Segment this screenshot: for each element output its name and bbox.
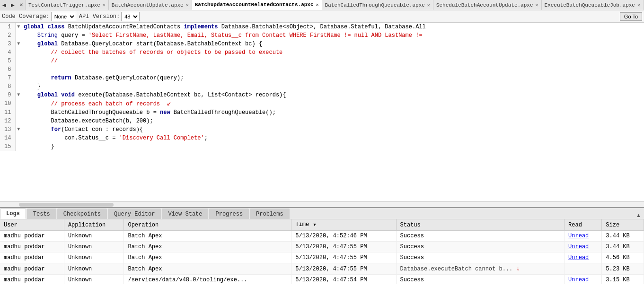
col-operation[interactable]: Operation	[124, 219, 291, 231]
cell-application: Unknown	[64, 275, 124, 285]
fold-arrow[interactable]: ▼	[15, 23, 22, 31]
tab-batchaccountupdate[interactable]: BatchAccountUpdate.apxc ✕	[108, 0, 192, 10]
cell-size: 3.44 KB	[602, 242, 644, 252]
api-version-label: API Version:	[79, 13, 120, 20]
line-number: 13	[0, 125, 15, 134]
cell-application: Unknown	[64, 242, 124, 252]
cell-time: 5/13/2020, 4:47:55 PM	[291, 263, 396, 275]
line-number: 6	[0, 65, 15, 74]
fold-arrow[interactable]: ▼	[15, 91, 22, 99]
tab-label: ScheduleBatchAccountUpdate.apxc	[436, 2, 533, 8]
read-status[interactable]: Unread	[568, 254, 589, 261]
fold-arrow	[15, 99, 22, 108]
code-line: global void execute(Database.BatchableCo…	[22, 91, 644, 99]
read-status[interactable]: Unread	[568, 277, 589, 283]
code-line: String query = 'Select FirstName, LastNa…	[22, 31, 644, 40]
fold-arrow	[15, 57, 22, 65]
line-number: 5	[0, 57, 15, 65]
line-number: 3	[0, 40, 15, 48]
line-number: 11	[0, 108, 15, 117]
table-row: 13 ▼ for(Contact con : records){	[0, 125, 644, 134]
close-icon[interactable]: ✕	[536, 2, 538, 8]
cell-time: 5/13/2020, 4:52:46 PM	[291, 231, 396, 242]
code-coverage-item: Code Coverage: None	[2, 12, 76, 21]
line-number: 4	[0, 48, 15, 57]
tab-label: TestContactTrigger.apxc	[28, 2, 100, 8]
logs-area[interactable]: User Application Operation Time ▼ Status…	[0, 219, 644, 284]
tab-batchcalledthroughqueueable[interactable]: BatchCalledThroughQueueable.apxc ✕	[322, 0, 433, 10]
code-line: }	[22, 82, 644, 91]
line-number: 15	[0, 142, 15, 151]
col-application[interactable]: Application	[64, 219, 124, 231]
btab-query-editor[interactable]: Query Editor	[108, 209, 161, 219]
fold-arrow	[15, 31, 22, 40]
table-row: madhu poddar Unknown /services/data/v48.…	[0, 275, 644, 285]
scrollbar-thumb[interactable]	[19, 203, 114, 207]
close-icon[interactable]: ✕	[427, 2, 430, 8]
line-number: 14	[0, 134, 15, 142]
tab-label: BatchCalledThroughQueueable.apxc	[325, 2, 425, 8]
col-time[interactable]: Time ▼	[291, 219, 396, 231]
table-row: 6	[0, 65, 644, 74]
api-version-select[interactable]: 48	[121, 12, 140, 21]
close-icon[interactable]: ✕	[186, 2, 189, 8]
cell-status: Database.executeBatch cannot b... ↓	[396, 263, 564, 275]
go-to-button[interactable]: Go To	[620, 12, 642, 21]
bottom-panel: Logs Tests Checkpoints Query Editor View…	[0, 207, 644, 284]
table-row: 5 //	[0, 57, 644, 65]
collapse-button[interactable]: ▲	[633, 211, 644, 219]
table-row: 10 // process each batch of records ↙	[0, 99, 644, 108]
cell-size: 3.15 KB	[602, 275, 644, 285]
tab-executebatchqueueablejob[interactable]: ExecuteBatchQueueableJob.apxc ✕	[541, 0, 644, 10]
cell-read: Unread	[565, 231, 602, 242]
btab-checkpoints[interactable]: Checkpoints	[57, 209, 107, 219]
cell-read: Unread	[565, 252, 602, 263]
col-size[interactable]: Size	[602, 219, 644, 231]
btab-logs[interactable]: Logs	[0, 209, 26, 219]
col-status[interactable]: Status	[396, 219, 564, 231]
editor-area: 1 ▼ global class BatchUpdateAccountRelat…	[0, 23, 644, 207]
cell-size: 5.23 KB	[602, 263, 644, 275]
tab-label: BatchAccountUpdate.apxc	[112, 2, 184, 8]
horizontal-scrollbar[interactable]	[0, 201, 644, 207]
cell-size: 3.44 KB	[602, 231, 644, 242]
fold-arrow[interactable]: ▼	[15, 40, 22, 48]
table-row: 3 ▼ global Database.QueryLocator start(D…	[0, 40, 644, 48]
tab-close-all-btn[interactable]: ✕	[17, 0, 26, 10]
btab-view-state[interactable]: View State	[162, 209, 208, 219]
code-line: global class BatchUpdateAccountRelatedCo…	[22, 23, 644, 31]
close-icon[interactable]: ✕	[103, 2, 106, 8]
code-line: con.Status__c = 'Discovery Call Complete…	[22, 134, 644, 142]
col-user[interactable]: User	[0, 219, 64, 231]
btab-tests[interactable]: Tests	[27, 209, 56, 219]
cell-user: madhu poddar	[0, 231, 64, 242]
col-read[interactable]: Read	[565, 219, 602, 231]
code-coverage-select[interactable]: None	[51, 12, 76, 21]
tab-testcontacttrigger[interactable]: TestContactTrigger.apxc ✕	[25, 0, 109, 10]
code-line: for(Contact con : records){	[22, 125, 644, 134]
close-icon[interactable]: ✕	[316, 2, 319, 8]
table-row: 14 con.Status__c = 'Discovery Call Compl…	[0, 134, 644, 142]
toolbar: Code Coverage: None API Version: 48 Go T…	[0, 10, 644, 23]
fold-arrow[interactable]: ▼	[15, 125, 22, 134]
read-status[interactable]: Unread	[568, 244, 589, 250]
tab-prev-btn[interactable]: ◀	[0, 0, 9, 10]
code-line: Database.executeBatch(b, 200);	[22, 117, 644, 125]
btab-progress[interactable]: Progress	[209, 209, 249, 219]
cell-operation: Batch Apex	[124, 252, 291, 263]
table-row: 8 }	[0, 82, 644, 91]
tab-schedulebatchaccountupdate[interactable]: ScheduleBatchAccountUpdate.apxc ✕	[433, 0, 542, 10]
close-icon[interactable]: ✕	[637, 2, 640, 8]
table-row: 11 BatchCalledThroughQueueable b = new B…	[0, 108, 644, 117]
table-row: madhu poddar Unknown Batch Apex 5/13/202…	[0, 252, 644, 263]
btab-problems[interactable]: Problems	[250, 209, 290, 219]
table-row: 2 String query = 'Select FirstName, Last…	[0, 31, 644, 40]
code-line: // process each batch of records ↙	[22, 99, 644, 108]
tab-next-btn[interactable]: ▶	[9, 0, 17, 10]
cell-user: madhu poddar	[0, 242, 64, 252]
code-content[interactable]: 1 ▼ global class BatchUpdateAccountRelat…	[0, 23, 644, 201]
cell-status: Success	[396, 252, 564, 263]
code-line: BatchCalledThroughQueueable b = new Batc…	[22, 108, 644, 117]
read-status[interactable]: Unread	[568, 233, 589, 239]
tab-batchupdateaccountrelatedcontacts[interactable]: BatchUpdateAccountRelatedContacts.apxc ✕	[192, 0, 322, 10]
